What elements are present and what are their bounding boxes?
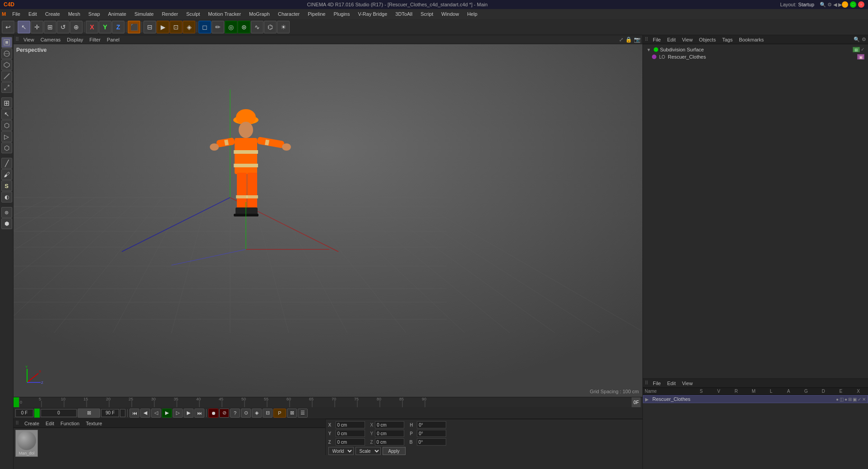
start-frame-input[interactable]	[15, 409, 33, 417]
coords-x-rot[interactable]	[375, 421, 404, 428]
sidebar-paint-btn[interactable]: 🖌	[1, 169, 12, 180]
attr-dot-icon[interactable]: ●	[845, 397, 847, 402]
menu-item-animate[interactable]: Animate	[105, 10, 130, 18]
menu-item-pipeline[interactable]: Pipeline	[304, 10, 329, 18]
mat-edit-btn[interactable]: Edit	[44, 421, 56, 426]
menu-item-file[interactable]: File	[9, 10, 24, 18]
keyframe-btn[interactable]: ◈	[252, 409, 262, 418]
effector-btn[interactable]: ⊛	[238, 21, 250, 33]
attr-visibility-dot[interactable]: ●	[836, 397, 839, 402]
mode-model-btn[interactable]	[1, 37, 12, 48]
vp-menu-cameras[interactable]: Cameras	[38, 37, 64, 42]
menu-item-mesh[interactable]: Mesh	[65, 10, 84, 18]
preview-btn[interactable]: ?	[230, 409, 240, 418]
vp-menu-view[interactable]: View	[21, 37, 37, 42]
mograph-btn[interactable]: ◎	[225, 21, 237, 33]
go-end-btn[interactable]: ⏭	[194, 409, 204, 418]
timeline-btn[interactable]: ☰	[298, 409, 308, 418]
end-frame-input[interactable]	[101, 409, 119, 417]
vp-menu-filter[interactable]: Filter	[87, 37, 103, 42]
tree-item-rescuer[interactable]: LO Rescuer_Clothes ▣	[645, 53, 866, 60]
mat-function-btn[interactable]: Function	[59, 421, 81, 426]
mode-texture-btn[interactable]	[1, 48, 12, 59]
maximize-btn[interactable]: □	[850, 1, 856, 8]
spline-tool-btn[interactable]: ∿	[251, 21, 263, 33]
menu-item-create[interactable]: Create	[42, 10, 64, 18]
coords-z-pos[interactable]	[336, 438, 365, 446]
tag-icon-1[interactable]: ⊞	[853, 47, 860, 52]
coords-y-pos[interactable]	[336, 430, 365, 437]
sidebar-subdiv-btn[interactable]: ⬢	[1, 218, 12, 229]
vp-menu-panel[interactable]: Panel	[104, 37, 122, 42]
y-axis-btn[interactable]: Y	[99, 21, 111, 33]
next-frame-btn[interactable]: ▶	[184, 409, 194, 418]
mat-create-btn[interactable]: Create	[23, 421, 41, 426]
vp-icon-lock[interactable]: 🔒	[625, 37, 632, 43]
attr-file-btn[interactable]: File	[651, 381, 663, 386]
menu-item-simulate[interactable]: Simulate	[131, 10, 157, 18]
mode-point-btn[interactable]	[1, 82, 12, 93]
mat-texture-btn[interactable]: Texture	[84, 421, 104, 426]
menu-item-window[interactable]: Window	[438, 10, 462, 18]
spline-draw-btn[interactable]: ✏	[212, 21, 224, 33]
abs-btn[interactable]: ⊟	[263, 409, 272, 418]
render-region-btn[interactable]: ⊡	[170, 21, 182, 33]
coords-p-val[interactable]	[417, 430, 446, 437]
menu-item-motion-tracker[interactable]: Motion Tracker	[204, 10, 245, 18]
om-search-icon[interactable]: 🔍	[854, 37, 860, 42]
sidebar-sculpt-btn[interactable]: ◐	[1, 192, 12, 202]
sidebar-tool-1[interactable]: ⊞	[1, 97, 12, 108]
viewport-canvas[interactable]: Perspective Grid Spacing : 100 cm X Y Z	[14, 44, 642, 397]
menu-item-plugins[interactable]: Plugins	[330, 10, 353, 18]
attr-check-icon[interactable]: ✓	[858, 397, 861, 402]
render-preview-btn[interactable]: ▶	[157, 21, 169, 33]
om-bookmarks-btn[interactable]: Bookmarks	[737, 37, 766, 42]
set-keys-btn[interactable]: ⊠	[78, 409, 100, 418]
vp-menu-display[interactable]: Display	[64, 37, 86, 42]
field-btn[interactable]: ⌬	[264, 21, 277, 33]
sidebar-tool-3[interactable]: ⬡	[1, 120, 12, 131]
end-frame-input2[interactable]	[120, 409, 125, 417]
object3d-btn[interactable]: ◻	[199, 21, 211, 33]
menu-item-script[interactable]: Script	[417, 10, 437, 18]
attr-edit-btn[interactable]: Edit	[665, 381, 678, 386]
move-tool-btn[interactable]: ✛	[31, 21, 43, 33]
menu-item-character[interactable]: Character	[274, 10, 303, 18]
menu-item-snap[interactable]: Snap	[85, 10, 104, 18]
check-icon[interactable]: ✓	[861, 47, 864, 52]
z-axis-btn[interactable]: Z	[112, 21, 125, 33]
record-btn[interactable]: ⏺	[208, 409, 218, 418]
menu-item-mograph[interactable]: MoGraph	[245, 10, 273, 18]
frame-btn[interactable]: ⊟	[143, 21, 156, 33]
attr-view-btn[interactable]: View	[680, 381, 695, 386]
menu-item-edit[interactable]: Edit	[25, 10, 41, 18]
coords-world-select[interactable]: World	[328, 447, 354, 455]
sidebar-tool-4[interactable]: ▷	[1, 131, 12, 142]
sidebar-tool-2[interactable]: ↖	[1, 109, 12, 120]
coords-x-pos[interactable]	[336, 421, 365, 428]
material-swatch[interactable]: Man_dol	[15, 430, 38, 457]
x-axis-btn[interactable]: X	[86, 21, 98, 33]
motion-btn[interactable]: ⊙	[241, 409, 251, 418]
vp-icon-camera[interactable]: 📷	[634, 37, 641, 43]
sidebar-line-btn[interactable]: ╱	[1, 158, 12, 169]
play-btn[interactable]: ▶	[162, 409, 172, 418]
coords-b-val[interactable]	[417, 438, 446, 446]
attr-vis2-icon[interactable]: ▣	[853, 397, 857, 402]
tag-icon-mat[interactable]: ▣	[857, 54, 864, 60]
close-btn[interactable]: ×	[858, 1, 864, 8]
param-btn[interactable]: P	[273, 409, 286, 418]
undo-btn[interactable]: ↩	[2, 21, 14, 33]
coords-h-val[interactable]	[417, 421, 446, 428]
menu-item-3dtoall[interactable]: 3DToAll	[392, 10, 416, 18]
coords-apply-btn[interactable]: Apply	[383, 447, 406, 455]
scale-tool-btn[interactable]: ⊞	[44, 21, 56, 33]
menu-item-help[interactable]: Help	[463, 10, 481, 18]
cube-btn[interactable]: ⬛	[128, 21, 140, 33]
coords-y-rot[interactable]	[375, 430, 404, 437]
light-btn[interactable]: ☀	[277, 21, 290, 33]
attr-e-icon[interactable]: ⊞	[848, 397, 852, 402]
sidebar-wire-btn[interactable]: ⊛	[1, 207, 12, 218]
select-tool-btn[interactable]: ↖	[18, 21, 30, 33]
sidebar-s-btn[interactable]: S	[1, 180, 12, 191]
